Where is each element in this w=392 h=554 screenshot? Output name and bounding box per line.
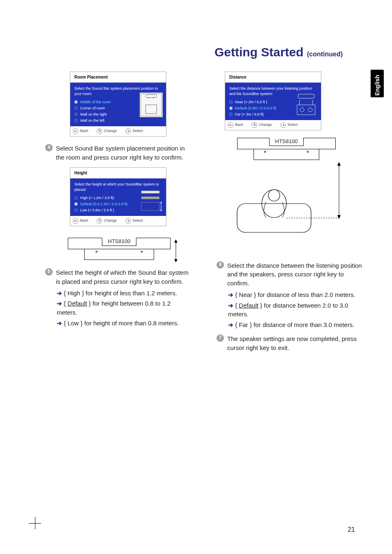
soundbar-diagram: HTS8100 <box>68 238 171 260</box>
step-5-sub-default: ➔ { Default } for height between 0.8 to … <box>57 299 192 317</box>
svg-point-4 <box>153 97 154 98</box>
page-heading: Getting Started (continued) <box>45 45 363 59</box>
svg-marker-12 <box>174 239 178 243</box>
back-button[interactable]: ◂○Back <box>228 122 243 128</box>
step-number: 7 <box>217 334 224 342</box>
height-arrow-icon <box>173 239 179 263</box>
step-4: 4 Select Sound Bar system placement posi… <box>45 144 192 162</box>
change-button[interactable]: ⇅Change <box>97 218 117 224</box>
svg-marker-13 <box>174 259 178 262</box>
room-thumbnail-icon <box>140 93 163 117</box>
distance-thumbnail-icon <box>295 93 318 117</box>
svg-marker-9 <box>160 202 162 203</box>
svg-point-17 <box>308 108 312 112</box>
select-button[interactable]: ○▸Select <box>125 218 143 224</box>
radio-icon <box>74 100 78 104</box>
right-arrow-icon: ○▸ <box>125 218 131 224</box>
radio-icon <box>74 113 78 116</box>
dialog-height: Height Select the height at which your S… <box>70 167 166 226</box>
left-arrow-icon: ◂○ <box>73 218 78 224</box>
radio-icon <box>229 107 233 110</box>
svg-marker-26 <box>337 215 341 219</box>
step-text: The speaker settings are now completed, … <box>227 334 363 352</box>
arrow-icon: ➔ <box>228 321 233 328</box>
step-5: 5 Select the height of which the Sound B… <box>45 268 192 286</box>
model-label: HTS8100 <box>269 138 304 146</box>
change-button[interactable]: ⇅Change <box>97 128 117 134</box>
radio-icon <box>74 107 78 110</box>
step-5-sub-low: ➔ { Low } for height of more than 0.8 me… <box>57 319 192 328</box>
updown-icon: ⇅ <box>251 122 257 128</box>
step-text: Select the distance between the listenin… <box>227 261 363 288</box>
crop-mark-icon <box>29 517 41 529</box>
svg-marker-25 <box>337 162 341 166</box>
back-button[interactable]: ◂○Back <box>73 218 88 224</box>
step-6: 6 Select the distance between the listen… <box>217 261 363 288</box>
svg-marker-10 <box>160 210 162 211</box>
language-tab: English <box>371 70 384 97</box>
step-6-sub-default: ➔ { Default } for distance between 2.0 t… <box>228 301 363 319</box>
arrow-icon: ➔ <box>228 291 233 298</box>
svg-point-22 <box>268 190 280 201</box>
dialog-distance: Distance Select the distance between you… <box>225 72 321 130</box>
step-5-sub-high: ➔ { High } for height of less than 1.2 m… <box>57 289 192 298</box>
updown-icon: ⇅ <box>97 128 102 134</box>
step-7: 7 The speaker settings are now completed… <box>217 334 363 352</box>
select-button[interactable]: ○▸Select <box>280 122 298 128</box>
right-arrow-icon: ○▸ <box>125 128 131 134</box>
arrow-icon: ➔ <box>228 302 233 309</box>
dialog-title: Room Placement <box>70 72 166 83</box>
select-button[interactable]: ○▸Select <box>125 128 143 134</box>
svg-rect-14 <box>298 94 314 98</box>
radio-icon <box>229 100 233 104</box>
heading-main: Getting Started <box>214 45 304 59</box>
step-text: Select the height of which the Sound Bar… <box>56 268 192 286</box>
step-text: Select Sound Bar system placement positi… <box>56 144 192 162</box>
back-button[interactable]: ◂○Back <box>73 128 88 134</box>
change-button[interactable]: ⇅Change <box>251 122 272 128</box>
radio-icon <box>74 209 78 212</box>
arrow-icon: ➔ <box>57 290 62 297</box>
page-number: 21 <box>348 526 355 533</box>
dialog-title: Height <box>70 168 166 178</box>
step-number: 5 <box>45 268 53 276</box>
svg-rect-7 <box>141 202 159 211</box>
arrow-icon: ➔ <box>57 320 62 327</box>
left-arrow-icon: ◂○ <box>73 128 78 134</box>
step-6-sub-near: ➔ { Near } for distance of less than 2.0… <box>228 290 363 299</box>
model-label: HTS8100 <box>102 238 137 246</box>
height-thumbnail-icon <box>140 188 163 213</box>
svg-rect-6 <box>141 197 159 199</box>
svg-point-16 <box>300 108 304 112</box>
distance-diagram: HTS8100 <box>225 138 348 249</box>
step-6-sub-far: ➔ { Far } for distance of more than 3.0 … <box>228 320 363 329</box>
radio-icon <box>74 119 78 122</box>
radio-icon <box>229 113 233 116</box>
left-arrow-icon: ◂○ <box>228 122 233 128</box>
dialog-room-placement: Room Placement Select the Sound Bar syst… <box>70 72 166 137</box>
option-wall-left[interactable]: Wall on the left <box>74 118 162 124</box>
dialog-title: Distance <box>225 72 321 83</box>
radio-icon <box>74 202 78 206</box>
radio-icon <box>74 196 78 199</box>
step-number: 4 <box>45 144 53 151</box>
right-arrow-icon: ○▸ <box>280 122 286 128</box>
heading-continued: (continued) <box>307 51 343 58</box>
step-number: 6 <box>217 261 224 269</box>
svg-rect-5 <box>141 191 159 193</box>
arrow-icon: ➔ <box>57 300 62 307</box>
svg-point-3 <box>148 97 150 98</box>
updown-icon: ⇅ <box>97 218 102 224</box>
